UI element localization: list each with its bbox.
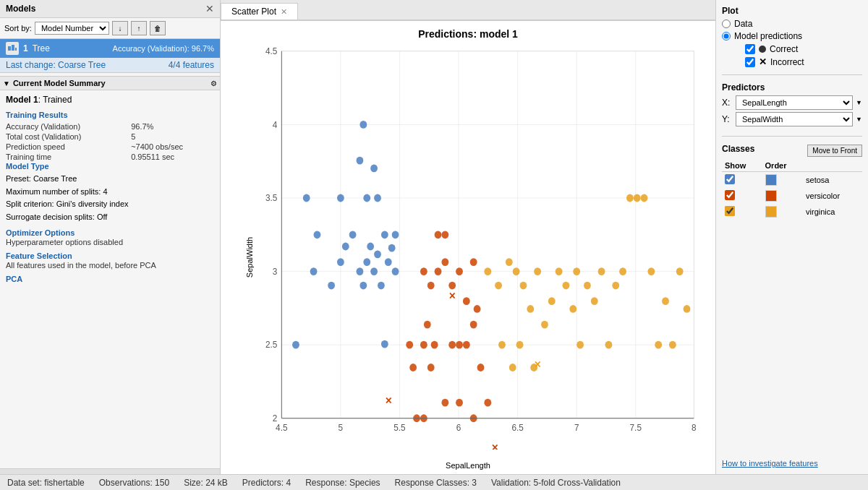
- svg-point-41: [359, 282, 367, 290]
- svg-point-71: [573, 267, 580, 275]
- right-panel: Plot Data Model predictions Correct: [716, 0, 868, 474]
- svg-point-63: [513, 267, 520, 275]
- training-result-row: Accuracy (Validation)96.7%: [6, 121, 214, 132]
- svg-point-95: [435, 267, 442, 275]
- svg-text:8: 8: [692, 423, 697, 434]
- class-checkbox[interactable]: [725, 190, 735, 200]
- svg-point-90: [516, 341, 524, 349]
- svg-point-99: [463, 297, 470, 305]
- plot-radio-group: Data Model predictions: [722, 19, 862, 41]
- svg-text:✕: ✕: [448, 291, 456, 302]
- incorrect-checkbox[interactable]: [745, 57, 755, 67]
- scatter-plot-tab[interactable]: Scatter Plot ✕: [221, 3, 298, 20]
- svg-point-102: [441, 231, 448, 238]
- correct-checkbox[interactable]: [745, 44, 755, 54]
- svg-text:4: 4: [273, 119, 278, 130]
- model-accuracy: Accuracy (Validation): 96.7%: [113, 44, 214, 53]
- svg-point-108: [477, 364, 485, 371]
- last-change-label: Last change: Coarse Tree: [6, 60, 106, 70]
- sort-select[interactable]: Model Number: [35, 22, 109, 35]
- move-to-front-button[interactable]: Move to Front: [807, 145, 862, 157]
- svg-point-75: [598, 267, 605, 275]
- svg-point-83: [655, 341, 662, 349]
- svg-point-98: [456, 267, 463, 275]
- svg-text:7: 7: [574, 423, 579, 434]
- name-column-header: [803, 160, 862, 172]
- summary-settings-icon[interactable]: ⚙: [210, 79, 217, 87]
- training-result-row: Training time0.95511 sec: [6, 152, 214, 162]
- x-predictor-label: X:: [722, 98, 733, 108]
- tab-close-icon[interactable]: ✕: [281, 7, 287, 17]
- model-label: Model 1: [6, 95, 38, 105]
- svg-point-85: [669, 341, 676, 349]
- svg-point-39: [349, 231, 357, 238]
- divider-1: [722, 74, 862, 75]
- svg-text:✕: ✕: [385, 396, 392, 407]
- svg-rect-2: [15, 48, 17, 51]
- class-show-cell: [722, 172, 762, 189]
- svg-point-89: [509, 364, 516, 371]
- svg-point-55: [374, 194, 381, 202]
- y-predictor-select[interactable]: SepalWidth: [736, 112, 853, 126]
- sort-asc-button[interactable]: ↓: [112, 21, 128, 35]
- svg-point-35: [310, 267, 318, 275]
- class-checkbox[interactable]: [725, 174, 735, 184]
- result-label: Total cost (Validation): [6, 132, 131, 142]
- predictors-title: Predictors: [722, 82, 862, 93]
- svg-point-38: [342, 243, 349, 251]
- svg-text:✕: ✕: [491, 443, 498, 450]
- models-close-icon[interactable]: ✕: [205, 3, 214, 14]
- svg-point-46: [378, 282, 385, 290]
- response-classes-status: Response Classes: 3: [395, 478, 477, 488]
- class-name-cell: versicolor: [803, 188, 862, 204]
- radio-data-row: Data: [722, 19, 862, 29]
- y-dropdown-icon: ▼: [856, 116, 862, 123]
- training-results-table: Accuracy (Validation)96.7%Total cost (Va…: [6, 121, 214, 162]
- svg-point-73: [584, 282, 591, 290]
- sort-bar: Sort by: Model Number ↓ ↑ 🗑: [0, 18, 220, 39]
- training-results-title: Training Results: [6, 111, 214, 119]
- model-type-title: Model Type: [6, 162, 214, 171]
- optimizer-section: Optimizer Options Hyperparameter options…: [6, 228, 214, 246]
- class-checkbox[interactable]: [725, 206, 735, 216]
- optimizer-link[interactable]: Optimizer Options: [6, 228, 75, 237]
- model-item[interactable]: 1 Tree Accuracy (Validation): 96.7%: [0, 39, 220, 58]
- svg-point-107: [474, 305, 481, 313]
- radio-data[interactable]: [722, 20, 731, 28]
- svg-point-105: [463, 341, 470, 349]
- scatter-plot-svg: 2 2.5 3 3.5 4 4.5 4.5 5 5.5 6 6.5 7 7.5 …: [253, 43, 708, 450]
- svg-text:6: 6: [456, 423, 461, 434]
- model-type-line: Maximum number of splits: 4: [6, 186, 214, 199]
- x-predictor-select[interactable]: SepalLength: [736, 95, 853, 110]
- show-column-header: Show: [722, 160, 762, 172]
- svg-point-78: [619, 267, 626, 275]
- svg-point-70: [563, 282, 570, 290]
- svg-text:3: 3: [273, 266, 278, 277]
- model-name: Tree: [33, 43, 109, 53]
- svg-point-65: [527, 305, 534, 313]
- pca-link[interactable]: PCA: [6, 275, 22, 283]
- training-result-row: Prediction speed~7400 obs/sec: [6, 142, 214, 152]
- correct-label: Correct: [770, 44, 798, 54]
- investigate-link[interactable]: How to investigate features: [722, 459, 818, 468]
- classes-section: Classes Move to Front Show Order setosa: [722, 144, 862, 445]
- class-name-cell: setosa: [803, 172, 862, 189]
- svg-point-106: [470, 321, 477, 329]
- svg-point-86: [676, 267, 684, 275]
- feature-selection-link[interactable]: Feature Selection: [6, 252, 72, 260]
- features-label: 4/4 features: [169, 60, 214, 70]
- svg-point-56: [392, 231, 399, 238]
- radio-model-predictions[interactable]: [722, 32, 731, 40]
- x-dropdown-icon: ▼: [856, 99, 862, 106]
- class-color-cell: [762, 188, 803, 204]
- center-panel: Scatter Plot ✕ Predictions: model 1 Sepa…: [221, 0, 716, 474]
- left-panel: Models ✕ Sort by: Model Number ↓ ↑ 🗑 1 T…: [0, 0, 221, 474]
- sort-desc-button[interactable]: ↑: [131, 21, 147, 35]
- svg-point-69: [556, 267, 563, 275]
- sort-delete-button[interactable]: 🗑: [150, 21, 166, 35]
- svg-point-72: [576, 341, 584, 349]
- svg-text:4.5: 4.5: [276, 423, 287, 434]
- feature-selection-section: Feature Selection All features used in t…: [6, 251, 214, 270]
- validation-status: Validation: 5-fold Cross-Validation: [491, 478, 621, 488]
- summary-section: ▼ Current Model Summary ⚙ Model 1: Train…: [0, 73, 220, 468]
